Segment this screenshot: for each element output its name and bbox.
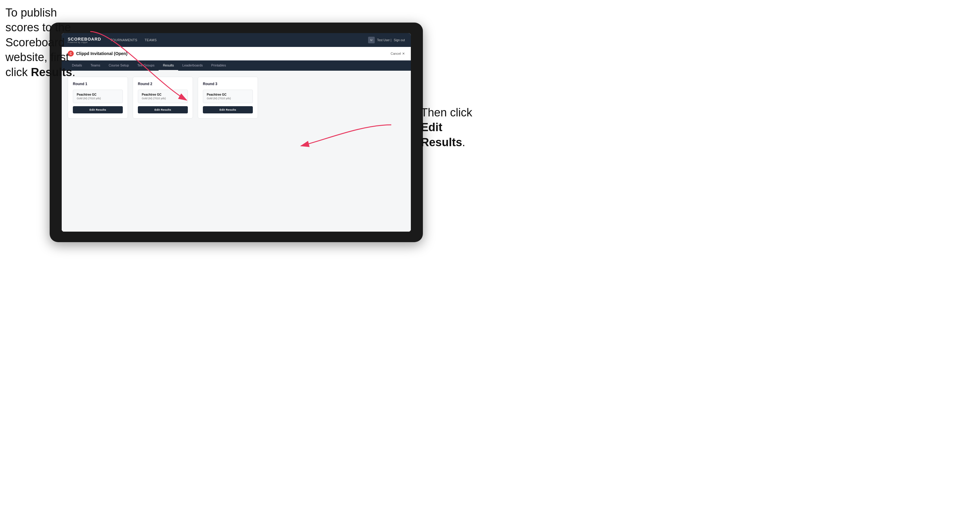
instruction-right-end: . — [462, 136, 465, 149]
nav-teams[interactable]: TEAMS — [145, 37, 156, 43]
round-1-course-details: Gold (M) (7010 yds) — [77, 97, 119, 100]
round-2-card: Round 2 Peachtree GC Gold (M) (7010 yds)… — [133, 77, 193, 119]
round-2-title: Round 2 — [138, 82, 188, 86]
round-1-card: Round 1 Peachtree GC Gold (M) (7010 yds)… — [68, 77, 128, 119]
signout-link[interactable]: Sign out — [394, 38, 405, 42]
instruction-edit-results-bold: Edit Results — [421, 121, 462, 148]
round-1-title: Round 1 — [73, 82, 123, 86]
instruction-right: Then click Edit Results. — [421, 105, 487, 150]
tab-bar: Details Teams Course Setup Tee Groups Re… — [62, 60, 411, 71]
round-2-course-name: Peachtree GC — [142, 93, 184, 96]
round-3-course-details: Gold (M) (7010 yds) — [207, 97, 249, 100]
tab-printables[interactable]: Printables — [207, 60, 230, 71]
tab-course-setup[interactable]: Course Setup — [105, 60, 133, 71]
nav-right: U Test User | Sign out — [368, 37, 405, 43]
edit-results-button-round-2[interactable]: Edit Results — [138, 106, 188, 113]
tablet-frame: SCOREBOARD Powered by clippd TOURNAMENTS… — [50, 22, 423, 242]
top-nav: SCOREBOARD Powered by clippd TOURNAMENTS… — [62, 33, 411, 47]
round-3-course-card: Peachtree GC Gold (M) (7010 yds) — [203, 90, 253, 103]
round-2-course-card: Peachtree GC Gold (M) (7010 yds) — [138, 90, 188, 103]
content-area: C Clippd Invitational (Open) Cancel ✕ De… — [62, 47, 411, 232]
cancel-button[interactable]: Cancel ✕ — [391, 52, 405, 56]
instruction-left-end: . — [72, 66, 76, 78]
instruction-results-bold: Results — [31, 66, 72, 78]
cancel-label: Cancel — [391, 52, 401, 56]
user-label: Test User | — [377, 38, 391, 42]
user-avatar: U — [368, 37, 375, 43]
cancel-x-icon: ✕ — [402, 52, 405, 56]
instruction-left: To publish scores to the Scoreboard webs… — [5, 5, 87, 80]
round-1-course-card: Peachtree GC Gold (M) (7010 yds) — [73, 90, 123, 103]
tab-teams[interactable]: Teams — [86, 60, 105, 71]
round-2-course-details: Gold (M) (7010 yds) — [142, 97, 184, 100]
rounds-area: Round 1 Peachtree GC Gold (M) (7010 yds)… — [62, 71, 411, 232]
round-3-course-name: Peachtree GC — [207, 93, 249, 96]
tab-tee-groups[interactable]: Tee Groups — [133, 60, 159, 71]
round-1-course-name: Peachtree GC — [77, 93, 119, 96]
tablet-screen: SCOREBOARD Powered by clippd TOURNAMENTS… — [62, 33, 411, 232]
tournament-header: C Clippd Invitational (Open) Cancel ✕ — [62, 47, 411, 60]
edit-results-button-round-3[interactable]: Edit Results — [203, 106, 253, 113]
round-3-title: Round 3 — [203, 82, 253, 86]
nav-links: TOURNAMENTS TEAMS — [110, 37, 368, 43]
edit-results-button-round-1[interactable]: Edit Results — [73, 106, 123, 113]
tab-leaderboards[interactable]: Leaderboards — [178, 60, 207, 71]
instruction-right-prefix: Then click — [421, 106, 472, 119]
nav-tournaments[interactable]: TOURNAMENTS — [110, 37, 137, 43]
tab-results[interactable]: Results — [159, 60, 178, 71]
round-3-card: Round 3 Peachtree GC Gold (M) (7010 yds)… — [198, 77, 258, 119]
